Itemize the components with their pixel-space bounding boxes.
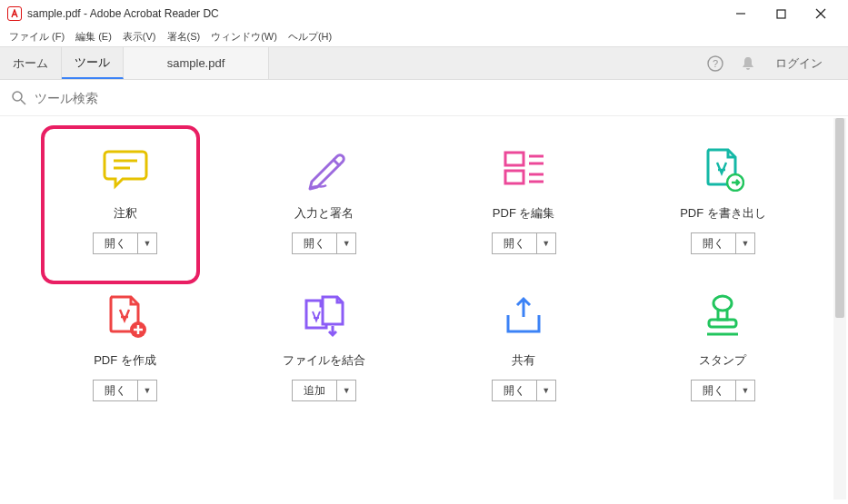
tool-create-pdf: PDF を作成 開く ▼ xyxy=(41,291,209,401)
tool-open-button[interactable]: 開く ▼ xyxy=(292,232,356,254)
svg-line-7 xyxy=(21,100,25,104)
chevron-down-icon[interactable]: ▼ xyxy=(138,233,156,253)
chevron-down-icon[interactable]: ▼ xyxy=(736,380,754,400)
tool-label: PDF を作成 xyxy=(94,352,156,369)
login-link[interactable]: ログイン xyxy=(768,52,830,75)
edit-page-icon xyxy=(498,143,549,194)
menubar: ファイル (F) 編集 (E) 表示(V) 署名(S) ウィンドウ(W) ヘルプ… xyxy=(0,27,848,47)
chevron-down-icon[interactable]: ▼ xyxy=(537,380,555,400)
menu-window[interactable]: ウィンドウ(W) xyxy=(205,28,283,45)
bell-icon[interactable] xyxy=(735,51,761,76)
menu-help[interactable]: ヘルプ(H) xyxy=(283,28,337,45)
tool-label: PDF を編集 xyxy=(493,205,555,222)
svg-text:?: ? xyxy=(713,58,718,69)
tool-add-button[interactable]: 追加 ▼ xyxy=(292,380,356,401)
search-input[interactable] xyxy=(35,91,837,105)
tool-button-main[interactable]: 開く xyxy=(94,380,138,400)
tool-open-button[interactable]: 開く ▼ xyxy=(93,232,157,254)
tool-share: 共有 開く ▼ xyxy=(440,291,608,401)
tool-open-button[interactable]: 開く ▼ xyxy=(492,380,556,401)
tool-open-button[interactable]: 開く ▼ xyxy=(691,232,755,254)
svg-point-6 xyxy=(13,92,22,101)
svg-rect-1 xyxy=(777,10,785,18)
pen-icon xyxy=(299,143,350,194)
svg-rect-11 xyxy=(505,171,524,183)
tool-open-button[interactable]: 開く ▼ xyxy=(93,380,157,401)
stamp-icon xyxy=(697,291,748,341)
tool-label: 入力と署名 xyxy=(294,205,354,222)
create-pdf-icon xyxy=(100,291,151,341)
tool-label: ファイルを結合 xyxy=(283,352,365,369)
tool-button-main[interactable]: 開く xyxy=(692,233,736,253)
chevron-down-icon[interactable]: ▼ xyxy=(537,233,555,253)
tool-combine-files: ファイルを結合 追加 ▼ xyxy=(240,291,408,401)
close-button[interactable] xyxy=(801,1,841,26)
tool-label: スタンプ xyxy=(699,352,746,369)
tool-button-main[interactable]: 開く xyxy=(493,233,537,253)
comment-icon xyxy=(100,143,151,194)
tool-stamp: スタンプ 開く ▼ xyxy=(639,291,807,401)
svg-rect-19 xyxy=(709,320,736,327)
scrollbar-thumb[interactable] xyxy=(835,118,844,318)
chevron-down-icon[interactable]: ▼ xyxy=(337,233,355,253)
tool-label: 共有 xyxy=(512,352,535,369)
svg-point-18 xyxy=(713,296,732,311)
menu-sign[interactable]: 署名(S) xyxy=(162,28,206,45)
tool-open-button[interactable]: 開く ▼ xyxy=(691,380,755,401)
tool-fill-sign: 入力と署名 開く ▼ xyxy=(240,143,408,254)
minimize-button[interactable] xyxy=(721,1,761,26)
menu-edit[interactable]: 編集 (E) xyxy=(70,28,117,45)
tool-grid: 注釈 開く ▼ 入力と署名 開く ▼ xyxy=(0,116,848,429)
chevron-down-icon[interactable]: ▼ xyxy=(138,380,156,400)
scrollbar[interactable] xyxy=(833,118,846,499)
menu-file[interactable]: ファイル (F) xyxy=(4,28,70,45)
export-pdf-icon xyxy=(697,143,748,194)
tool-button-main[interactable]: 開く xyxy=(94,233,138,253)
tab-file[interactable]: sample.pdf xyxy=(124,47,269,79)
tool-button-main[interactable]: 追加 xyxy=(293,380,337,400)
chevron-down-icon[interactable]: ▼ xyxy=(337,380,355,400)
chevron-down-icon[interactable]: ▼ xyxy=(736,233,754,253)
tool-button-main[interactable]: 開く xyxy=(493,380,537,400)
tool-label: PDF を書き出し xyxy=(680,205,766,222)
main: 注釈 開く ▼ 入力と署名 開く ▼ xyxy=(0,116,848,504)
tool-button-main[interactable]: 開く xyxy=(692,380,736,400)
tool-label: 注釈 xyxy=(114,205,137,222)
titlebar: sample.pdf - Adobe Acrobat Reader DC xyxy=(0,0,848,27)
help-icon[interactable]: ? xyxy=(703,51,728,76)
app-icon xyxy=(7,6,22,21)
tool-button-main[interactable]: 開く xyxy=(293,233,337,253)
combine-icon xyxy=(299,291,350,341)
window-title: sample.pdf - Adobe Acrobat Reader DC xyxy=(27,7,219,20)
search-icon xyxy=(11,90,27,106)
tool-export-pdf: PDF を書き出し 開く ▼ xyxy=(639,143,807,254)
tab-tools[interactable]: ツール xyxy=(62,47,124,79)
svg-rect-10 xyxy=(505,153,524,165)
tabbar: ホーム ツール sample.pdf ? ログイン xyxy=(0,47,848,80)
tab-home[interactable]: ホーム xyxy=(0,47,62,79)
menu-view[interactable]: 表示(V) xyxy=(117,28,162,45)
maximize-button[interactable] xyxy=(761,1,801,26)
tool-comment: 注釈 開く ▼ xyxy=(41,143,209,254)
tool-edit-pdf: PDF を編集 開く ▼ xyxy=(440,143,608,254)
searchbar xyxy=(0,80,848,116)
tool-open-button[interactable]: 開く ▼ xyxy=(492,232,556,254)
share-icon xyxy=(498,291,549,341)
